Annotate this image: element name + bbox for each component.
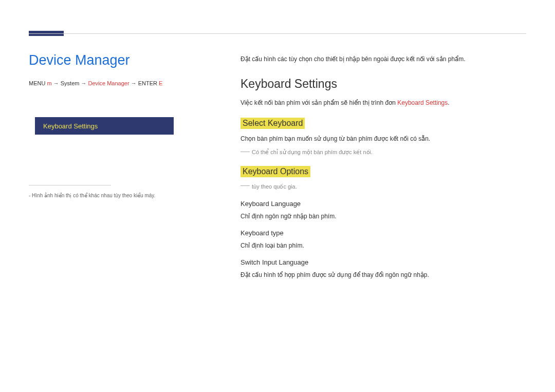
keyboard-type-desc: Chỉ định loại bàn phím.	[240, 241, 526, 250]
switch-input-language-desc: Đặt cấu hình tổ hợp phím được sử dụng để…	[240, 270, 526, 279]
top-divider	[29, 33, 526, 34]
keyboard-language-heading: Keyboard Language	[240, 200, 526, 208]
breadcrumb-icon-e: E	[159, 80, 162, 86]
breadcrumb-enter: → ENTER	[130, 80, 159, 86]
select-keyboard-desc: Chọn bàn phím bạn muốn sử dụng từ bàn ph…	[240, 134, 526, 144]
menu-preview-box: Keyboard Settings	[35, 117, 174, 135]
breadcrumb: MENU m → System → Device Manager → ENTER…	[29, 80, 203, 87]
menu-item-keyboard-settings: Keyboard Settings	[43, 122, 98, 130]
keyboard-options-note-text: tùy theo quốc gia.	[252, 183, 297, 190]
note-dash-icon	[240, 185, 250, 186]
ks-desc-suffix: .	[448, 99, 449, 106]
keyboard-settings-desc: Việc kết nối bàn phím với sản phẩm sẽ hi…	[240, 98, 526, 107]
intro-text: Đặt cấu hình các tùy chọn cho thiết bị n…	[240, 54, 526, 64]
keyboard-type-heading: Keyboard type	[240, 229, 526, 237]
keyboard-options-heading: Keyboard Options	[240, 166, 310, 177]
right-column: Đặt cấu hình các tùy chọn cho thiết bị n…	[240, 52, 526, 289]
ks-desc-red: Keyboard Settings	[397, 99, 448, 106]
select-keyboard-note: Có thể chỉ sử dụng một bàn phím được kết…	[240, 148, 526, 157]
footnote-text: - Hình ảnh hiển thị có thể khác nhau tùy…	[29, 192, 203, 199]
page-title: Device Manager	[29, 52, 203, 68]
left-column: Device Manager MENU m → System → Device …	[29, 52, 203, 289]
breadcrumb-dm: Device Manager	[88, 80, 130, 86]
ks-desc-prefix: Việc kết nối bàn phím với sản phẩm sẽ hi…	[240, 99, 397, 106]
footnote-divider	[29, 185, 111, 185]
keyboard-language-desc: Chỉ định ngôn ngữ nhập bàn phím.	[240, 212, 526, 221]
select-keyboard-heading: Select Keyboard	[240, 118, 305, 129]
note-dash-icon	[240, 152, 250, 152]
select-keyboard-block: Select Keyboard Chọn bàn phím bạn muốn s…	[240, 118, 526, 157]
switch-input-language-heading: Switch Input Language	[240, 258, 526, 266]
breadcrumb-system: → System →	[52, 80, 88, 86]
breadcrumb-menu: MENU	[29, 80, 47, 86]
breadcrumb-icon-m: m	[47, 80, 51, 86]
content-columns: Device Manager MENU m → System → Device …	[29, 52, 526, 289]
keyboard-options-note: tùy theo quốc gia.	[240, 182, 526, 191]
page-container: Device Manager MENU m → System → Device …	[0, 0, 555, 309]
select-keyboard-note-text: Có thể chỉ sử dụng một bàn phím được kết…	[252, 149, 373, 155]
keyboard-settings-heading: Keyboard Settings	[240, 77, 526, 91]
keyboard-options-block: Keyboard Options tùy theo quốc gia. Keyb…	[240, 166, 526, 280]
